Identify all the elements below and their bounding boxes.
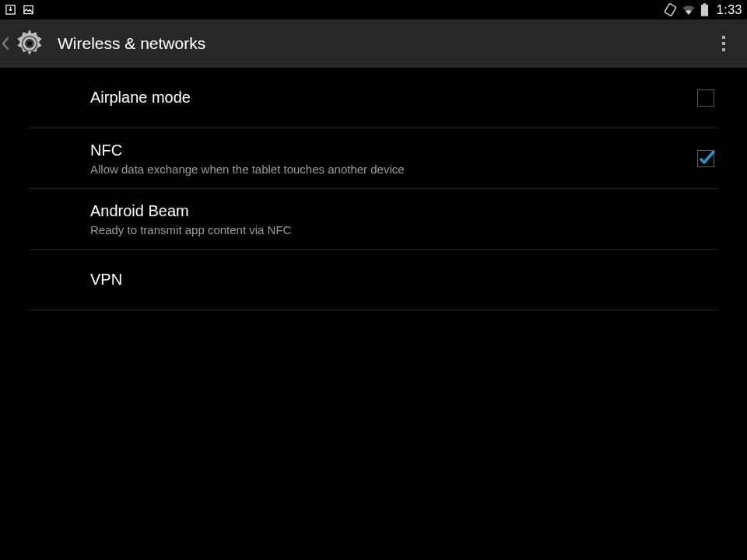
row-title: NFC <box>90 142 697 159</box>
row-android-beam[interactable]: Android Beam Ready to transmit app conte… <box>30 189 717 250</box>
svg-point-7 <box>27 41 32 46</box>
checkbox-airplane[interactable] <box>697 89 714 107</box>
svg-rect-10 <box>722 48 725 51</box>
svg-rect-3 <box>703 3 707 5</box>
back-caret-icon[interactable] <box>0 19 11 68</box>
wifi-icon <box>682 3 696 17</box>
page-title: Wireless & networks <box>58 34 205 53</box>
row-nfc[interactable]: NFC Allow data exchange when the tablet … <box>30 128 717 189</box>
row-subtitle: Allow data exchange when the tablet touc… <box>90 163 697 176</box>
checkbox-nfc[interactable] <box>697 150 714 167</box>
row-title: Android Beam <box>90 202 717 220</box>
image-icon <box>23 4 34 16</box>
row-title: Airplane mode <box>90 89 697 107</box>
action-bar: Wireless & networks <box>0 19 747 68</box>
status-clock: 1:33 <box>717 3 742 17</box>
settings-gear-icon[interactable] <box>11 25 48 62</box>
svg-rect-8 <box>722 36 725 39</box>
overflow-menu-button[interactable] <box>708 28 739 59</box>
svg-rect-2 <box>665 3 676 16</box>
row-airplane-mode[interactable]: Airplane mode <box>30 68 717 128</box>
battery-icon <box>700 3 709 16</box>
svg-rect-4 <box>701 5 708 16</box>
row-vpn[interactable]: VPN <box>30 250 717 310</box>
rotation-icon <box>664 3 677 16</box>
status-bar: 1:33 <box>0 0 747 19</box>
settings-list: Airplane mode NFC Allow data exchange wh… <box>0 68 747 310</box>
row-subtitle: Ready to transmit app content via NFC <box>90 223 717 236</box>
svg-rect-9 <box>722 42 725 45</box>
download-icon <box>5 4 16 16</box>
row-title: VPN <box>90 271 717 289</box>
